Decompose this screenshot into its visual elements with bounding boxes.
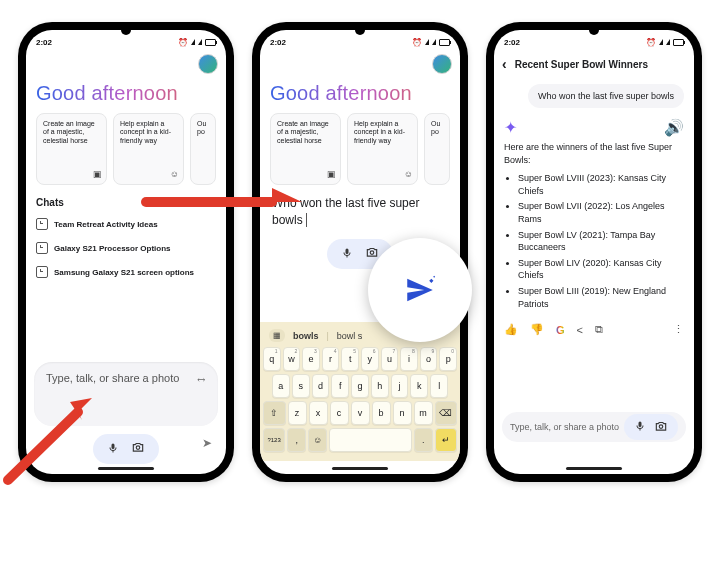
- thumbs-up-icon[interactable]: 👍: [504, 323, 518, 336]
- mic-icon[interactable]: [634, 420, 646, 434]
- typed-text-line: Who won the last five super: [272, 196, 419, 210]
- composer-input[interactable]: Who won the last five super bowls: [260, 185, 460, 229]
- status-time: 2:02: [504, 38, 520, 47]
- key-i[interactable]: i8: [400, 347, 418, 371]
- key-v[interactable]: v: [351, 401, 370, 425]
- camera-punch: [589, 25, 599, 35]
- key-y[interactable]: y6: [361, 347, 379, 371]
- key-p[interactable]: p0: [439, 347, 457, 371]
- battery-icon: [673, 39, 684, 46]
- key-shift[interactable]: ⇧: [263, 401, 286, 425]
- mic-icon[interactable]: [107, 440, 119, 458]
- key-numbers[interactable]: ?123: [263, 428, 285, 452]
- nav-bar[interactable]: [332, 467, 388, 470]
- key-m[interactable]: m: [414, 401, 433, 425]
- key-l[interactable]: l: [430, 374, 448, 398]
- key-h[interactable]: h: [371, 374, 389, 398]
- key-k[interactable]: k: [410, 374, 428, 398]
- key-b[interactable]: b: [372, 401, 391, 425]
- camera-icon[interactable]: [131, 440, 145, 458]
- key-q[interactable]: q1: [263, 347, 281, 371]
- key-o[interactable]: o9: [420, 347, 438, 371]
- thumbs-down-icon[interactable]: 👎: [530, 323, 544, 336]
- account-avatar[interactable]: [432, 54, 452, 74]
- key-emoji[interactable]: ☺: [308, 428, 327, 452]
- chat-history-item[interactable]: Team Retreat Activity Ideas: [26, 212, 226, 236]
- key-e[interactable]: e3: [302, 347, 320, 371]
- key-w[interactable]: w2: [283, 347, 301, 371]
- signal-icon: [191, 39, 195, 45]
- chats-heading: Chats: [26, 185, 226, 212]
- alarm-icon: ⏰: [646, 38, 656, 47]
- key-z[interactable]: z: [288, 401, 307, 425]
- phone-response: 2:02 ⏰ ‹ Recent Super Bowl Winners Who w…: [486, 22, 702, 482]
- keyboard-suggestion[interactable]: bowls: [293, 331, 319, 341]
- chat-history-label: Samsung Galaxy S21 screen options: [54, 268, 194, 277]
- key-n[interactable]: n: [393, 401, 412, 425]
- image-icon: ▣: [93, 169, 102, 180]
- battery-icon: [205, 39, 216, 46]
- key-space[interactable]: [329, 428, 412, 452]
- more-icon[interactable]: ⋮: [673, 323, 684, 336]
- back-icon[interactable]: ‹: [502, 56, 507, 72]
- svg-point-0: [136, 446, 140, 450]
- expand-icon[interactable]: ⤢: [195, 371, 210, 386]
- key-period[interactable]: .: [414, 428, 433, 452]
- typed-text-line: bowls: [272, 213, 303, 227]
- history-icon: [36, 266, 48, 278]
- keyboard-row: ?123 , ☺ . ↵: [263, 428, 457, 452]
- suggestion-card[interactable]: Help explain a concept in a kid-friendly…: [113, 113, 184, 185]
- suggestion-card[interactable]: Create an image of a majestic, celestial…: [270, 113, 341, 185]
- key-t[interactable]: t5: [341, 347, 359, 371]
- keyboard-menu-icon[interactable]: ▦: [269, 329, 285, 342]
- key-s[interactable]: s: [292, 374, 310, 398]
- composer[interactable]: Type, talk, or share a photo: [502, 412, 686, 442]
- keyboard-row: q1w2e3r4t5y6u7i8o9p0: [263, 347, 457, 371]
- send-icon-disabled: ➤: [202, 436, 212, 450]
- nav-bar[interactable]: [98, 467, 154, 470]
- key-g[interactable]: g: [351, 374, 369, 398]
- suggestion-card[interactable]: Help explain a concept in a kid-friendly…: [347, 113, 418, 185]
- image-icon: ▣: [327, 169, 336, 180]
- input-mode-pill: [624, 414, 678, 440]
- chat-history-item[interactable]: Galaxy S21 Processor Options: [26, 236, 226, 260]
- suggestion-card-text: Help explain a concept in a kid-friendly…: [120, 120, 171, 144]
- key-f[interactable]: f: [331, 374, 349, 398]
- mic-icon[interactable]: [341, 245, 353, 263]
- key-a[interactable]: a: [272, 374, 290, 398]
- key-d[interactable]: d: [312, 374, 330, 398]
- keyboard[interactable]: ▦ bowls | bowl s q1w2e3r4t5y6u7i8o9p0 as…: [260, 322, 460, 461]
- key-c[interactable]: c: [330, 401, 349, 425]
- smile-icon: ☺: [404, 169, 413, 180]
- chat-history-label: Galaxy S21 Processor Options: [54, 244, 171, 253]
- keyboard-suggestion[interactable]: bowl s: [337, 331, 363, 341]
- key-r[interactable]: r4: [322, 347, 340, 371]
- phone-home: 2:02 ⏰ Good afternoon Create an image of…: [18, 22, 234, 482]
- nav-bar[interactable]: [566, 467, 622, 470]
- account-avatar[interactable]: [198, 54, 218, 74]
- speaker-icon[interactable]: 🔊: [664, 118, 684, 137]
- assistant-response: Here are the winners of the last five Su…: [494, 141, 694, 310]
- copy-icon[interactable]: ⧉: [595, 323, 603, 336]
- suggestion-card-peek[interactable]: Ou po: [424, 113, 450, 185]
- key-x[interactable]: x: [309, 401, 328, 425]
- camera-icon[interactable]: [654, 419, 668, 435]
- suggestion-card[interactable]: Create an image of a majestic, celestial…: [36, 113, 107, 185]
- share-icon[interactable]: <: [577, 324, 583, 336]
- key-backspace[interactable]: ⌫: [435, 401, 458, 425]
- suggestion-card-peek[interactable]: Ou po: [190, 113, 216, 185]
- key-comma[interactable]: ,: [287, 428, 306, 452]
- key-u[interactable]: u7: [381, 347, 399, 371]
- signal-icon-2: [432, 39, 436, 45]
- status-time: 2:02: [270, 38, 286, 47]
- input-mode-pill: [93, 434, 159, 464]
- signal-icon: [659, 39, 663, 45]
- key-j[interactable]: j: [391, 374, 409, 398]
- send-button-callout[interactable]: [368, 238, 472, 342]
- key-enter[interactable]: ↵: [435, 428, 457, 452]
- composer[interactable]: Type, talk, or share a photo ⤢: [34, 362, 218, 426]
- chat-history-item[interactable]: Samsung Galaxy S21 screen options: [26, 260, 226, 284]
- google-icon[interactable]: G: [556, 324, 565, 336]
- camera-punch: [121, 25, 131, 35]
- response-list-item: Super Bowl LIV (2020): Kansas City Chief…: [518, 257, 684, 282]
